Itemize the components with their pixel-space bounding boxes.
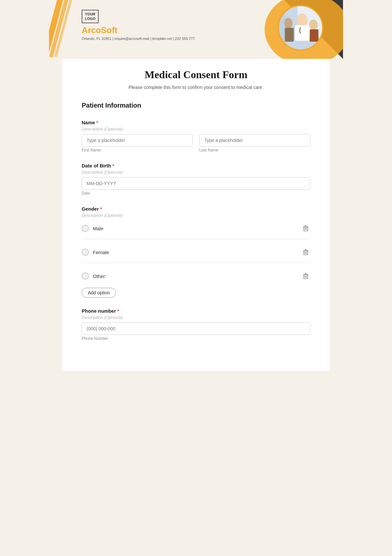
brand-name: ArcoSoft: [82, 25, 195, 35]
svg-rect-7: [310, 29, 318, 42]
radio-left-other: Other:: [82, 272, 106, 280]
first-name-sublabel: First Name: [82, 148, 193, 152]
add-option-button[interactable]: Add option: [82, 288, 116, 298]
field-phone-description: Description (Optional): [82, 315, 310, 320]
svg-point-2: [297, 13, 308, 27]
field-gender-description: Description (Optional): [82, 213, 310, 218]
field-name-description: Description (Optional): [82, 127, 310, 131]
last-name-sublabel: Last Name: [199, 148, 310, 152]
svg-point-4: [284, 18, 292, 28]
field-gender-label: Gender *: [82, 206, 310, 212]
delete-male-button[interactable]: [301, 224, 310, 233]
svg-rect-16: [304, 249, 307, 250]
doctor-photo: [278, 5, 323, 51]
last-name-col: Last Name: [199, 134, 310, 152]
dob-sublabel: Date: [82, 191, 310, 196]
required-star-name: *: [96, 120, 98, 125]
svg-point-6: [309, 20, 318, 30]
field-phone: Phone number * Description (Optional) Ph…: [82, 308, 310, 341]
phone-sublabel: Phone Number: [82, 336, 310, 341]
radio-label-male: Male: [93, 226, 104, 231]
svg-rect-10: [304, 225, 307, 226]
name-row: First Name Last Name: [82, 134, 310, 152]
radio-option-other: Other:: [82, 268, 310, 284]
field-dob: Date of Birth * Description (Optional) D…: [82, 163, 310, 196]
delete-female-button[interactable]: [301, 248, 310, 257]
radio-left-female: Female: [82, 249, 109, 256]
field-name: Name * Description (Optional) First Name…: [82, 120, 310, 152]
main-content: Medical Consent Form Please complete thi…: [62, 56, 330, 371]
header: YOUR LOGO ArcoSoft Orlando, FL 32801 | i…: [49, 0, 343, 59]
field-gender: Gender * Description (Optional) Male: [82, 206, 310, 298]
required-star-dob: *: [112, 163, 114, 168]
section-patient-info: Patient Information: [82, 102, 310, 111]
svg-rect-22: [304, 273, 307, 274]
radio-label-female: Female: [93, 250, 109, 255]
field-name-label: Name *: [82, 120, 310, 125]
form-title: Medical Consent Form: [82, 69, 310, 81]
radio-option-female: Female: [82, 244, 310, 260]
svg-rect-3: [295, 25, 309, 41]
header-stripes: [49, 0, 75, 59]
form-subtitle: Please complete this form to confirm you…: [82, 85, 310, 90]
logo-area: YOUR LOGO ArcoSoft Orlando, FL 32801 | i…: [82, 10, 195, 41]
required-star-phone: *: [117, 308, 119, 314]
svg-rect-5: [285, 28, 294, 42]
radio-label-other: Other:: [93, 273, 106, 279]
first-name-col: First Name: [82, 134, 193, 152]
radio-left-male: Male: [82, 225, 104, 232]
radio-circle-male[interactable]: [82, 225, 89, 232]
field-dob-description: Description (Optional): [82, 170, 310, 175]
brand-contact: Orlando, FL 32801 | inquire@arcosoft.mai…: [82, 37, 195, 41]
field-phone-label: Phone number *: [82, 308, 310, 314]
gender-radio-group: Male Female: [82, 220, 310, 284]
first-name-input[interactable]: [82, 134, 193, 147]
radio-option-male: Male: [82, 220, 310, 236]
required-star-gender: *: [100, 206, 102, 212]
field-dob-label: Date of Birth *: [82, 163, 310, 168]
header-right-decor: [232, 0, 343, 59]
logo-box: YOUR LOGO: [82, 10, 99, 23]
delete-other-button[interactable]: [301, 271, 310, 281]
dob-input[interactable]: [82, 177, 310, 190]
radio-circle-other[interactable]: [82, 272, 89, 280]
last-name-input[interactable]: [199, 134, 310, 147]
radio-circle-female[interactable]: [82, 249, 89, 256]
phone-input[interactable]: [82, 322, 310, 335]
